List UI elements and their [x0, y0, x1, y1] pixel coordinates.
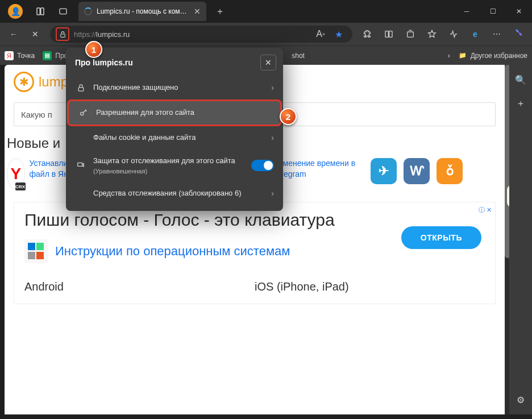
other-bookmarks-folder[interactable]: 📁Другое избранное: [458, 51, 527, 60]
loading-spinner-icon: [84, 7, 92, 15]
svg-rect-4: [385, 31, 388, 38]
browser-tab[interactable]: Lumpics.ru - помощь с компьют ✕: [78, 2, 206, 21]
window-controls: ─ ☐ ✕: [454, 0, 532, 23]
chevron-right-icon: ›: [271, 83, 274, 92]
performance-icon[interactable]: [443, 25, 464, 43]
favorite-star-icon[interactable]: ★: [331, 26, 347, 42]
sidebar-search-icon[interactable]: 🔍: [513, 72, 529, 88]
tracking-toggle[interactable]: [251, 160, 274, 171]
chevron-right-icon: ›: [271, 189, 274, 198]
address-bar[interactable]: https://lumpics.ru A» ★: [50, 26, 352, 43]
split-screen-icon[interactable]: [379, 25, 399, 43]
bookmark-item[interactable]: ЯТочка: [5, 51, 35, 60]
svg-rect-5: [389, 31, 392, 38]
svg-point-8: [81, 113, 84, 115]
shield-icon: [75, 161, 86, 170]
platform-ios[interactable]: iOS (iPhone, iPad): [255, 280, 485, 293]
vk-social-icon[interactable]: Ⱳ: [404, 158, 430, 184]
maximize-button[interactable]: ☐: [480, 0, 506, 23]
ok-social-icon[interactable]: ǒ: [437, 158, 463, 184]
bookmark-item[interactable]: ▦Про: [43, 51, 68, 60]
article-link[interactable]: Изменение времени в Telegram: [273, 158, 359, 190]
svg-rect-2: [60, 9, 66, 14]
platforms-row: Android iOS (iPhone, iPad): [24, 280, 485, 293]
key-icon: [78, 108, 89, 117]
menu-button[interactable]: ⋯: [487, 25, 507, 43]
telegram-social-icon[interactable]: ✈: [371, 158, 397, 184]
extensions-icon[interactable]: [357, 25, 377, 43]
svg-rect-3: [60, 34, 65, 36]
yandex-icon: YCRX: [7, 158, 25, 190]
svg-rect-6: [408, 32, 414, 37]
popup-row-trackers-blocked[interactable]: Средства отслеживания (заблокировано 6) …: [66, 182, 283, 205]
tab-actions-icon[interactable]: [56, 4, 70, 19]
svg-rect-0: [37, 8, 40, 15]
site-info-lock-button[interactable]: [56, 27, 69, 41]
sidebar-settings-icon[interactable]: ⚙: [513, 392, 529, 408]
minimize-button[interactable]: ─: [454, 0, 480, 23]
new-tab-button[interactable]: ＋: [212, 6, 228, 18]
back-button[interactable]: ←: [3, 25, 24, 43]
popup-row-connection-secure[interactable]: Подключение защищено ›: [66, 76, 283, 99]
svg-rect-9: [78, 163, 82, 167]
social-links: ✈ Ⱳ ǒ: [371, 158, 463, 190]
read-aloud-icon[interactable]: A»: [313, 26, 329, 42]
popup-row-tracking-protection[interactable]: Защита от отслеживания для этого сайта(У…: [66, 150, 283, 182]
ad-block: ⓘ ✕ Пиши голосом - Голос - это клавиатур…: [14, 202, 496, 304]
os-grid-icon: [24, 239, 48, 263]
favorites-icon[interactable]: [422, 25, 442, 43]
ie-mode-icon[interactable]: e: [465, 25, 485, 43]
edge-sidebar: 🔍 ＋ ⚙: [509, 65, 532, 414]
chevron-right-icon: ›: [271, 133, 274, 142]
toolbar: ← ✕ https://lumpics.ru A» ★ e ⋯: [0, 23, 532, 45]
popup-row-cookies[interactable]: Файлы cookie и данные сайта ›: [66, 126, 283, 150]
svg-rect-1: [41, 8, 44, 15]
svg-rect-7: [78, 88, 84, 91]
popup-row-permissions[interactable]: Разрешения для этого сайта: [67, 99, 282, 126]
url-text: https://lumpics.ru: [74, 30, 130, 39]
ad-open-button[interactable]: ОТКРЫТЬ: [401, 226, 481, 249]
collections-icon[interactable]: [400, 25, 421, 43]
popup-close-button[interactable]: ✕: [260, 55, 276, 70]
bookmark-item[interactable]: shot: [292, 52, 305, 60]
titlebar: 👤 Lumpics.ru - помощь с компьют ✕ ＋ ─ ☐ …: [0, 0, 532, 23]
site-logo-icon: ✱: [14, 72, 34, 92]
bookmarks-overflow-button[interactable]: ›: [448, 52, 450, 60]
tab-close-button[interactable]: ✕: [194, 7, 201, 16]
popup-title: Про lumpics.ru: [75, 58, 133, 67]
close-window-button[interactable]: ✕: [506, 0, 532, 23]
copilot-icon[interactable]: [508, 23, 529, 45]
annotation-badge-1: 1: [85, 41, 102, 58]
annotation-badge-2: 2: [280, 108, 297, 125]
lock-icon: [75, 84, 86, 92]
sidebar-add-icon[interactable]: ＋: [513, 96, 529, 111]
site-info-popup: Про lumpics.ru ✕ Подключение защищено › …: [66, 48, 283, 211]
workspaces-icon[interactable]: [33, 4, 48, 19]
profile-avatar[interactable]: 👤: [8, 4, 23, 19]
stop-button[interactable]: ✕: [25, 25, 45, 43]
ad-close-icon[interactable]: ⓘ ✕: [479, 206, 492, 214]
platform-android[interactable]: Android: [24, 280, 255, 293]
tab-title: Lumpics.ru - помощь с компьют: [97, 7, 189, 15]
